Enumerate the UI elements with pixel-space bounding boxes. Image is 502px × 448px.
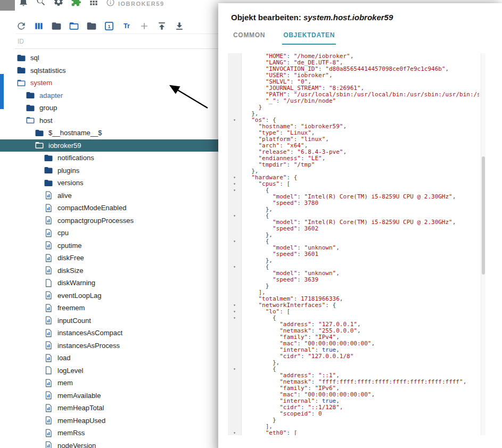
tree-item-label: sql	[30, 54, 39, 62]
gutter-cell	[228, 392, 241, 398]
fold-toggle[interactable]: ▾	[228, 175, 241, 181]
folder-closed-icon[interactable]	[51, 21, 62, 31]
fold-toggle[interactable]: ▾	[228, 187, 241, 194]
id-filter-input[interactable]	[15, 38, 132, 45]
editor-code-area[interactable]: "HOME": "/home/iobroker", "LANG": "de_DE…	[242, 53, 479, 435]
folder-open-icon	[17, 78, 26, 88]
gutter-cell	[228, 66, 241, 72]
settings-icon[interactable]	[53, 0, 64, 7]
apps-icon[interactable]	[88, 0, 99, 7]
gutter-cell	[228, 372, 241, 379]
hostname-label: IOBROKER59	[118, 1, 164, 7]
gutter-cell	[228, 321, 241, 328]
bell-icon[interactable]	[18, 0, 29, 7]
view-columns-icon[interactable]	[34, 21, 44, 31]
tree-item-label: instancesAsCompact	[57, 329, 122, 337]
fold-toggle[interactable]: ▾	[228, 117, 241, 123]
gutter-cell	[228, 79, 241, 85]
tree-item-label: nodeVersion	[57, 442, 96, 448]
state-icon	[44, 203, 53, 213]
expand-level-1-icon[interactable]: 1	[104, 21, 114, 31]
gutter-cell	[228, 92, 241, 98]
fold-toggle[interactable]: ▾	[228, 309, 241, 315]
tree-item-label: logLevel	[57, 367, 83, 375]
folder-dark-icon[interactable]	[86, 21, 97, 31]
gutter-cell	[228, 251, 241, 258]
drawer-highlight	[0, 74, 4, 109]
gutter-cell	[228, 296, 241, 302]
state-icon	[44, 303, 53, 313]
fold-toggle[interactable]: ▾	[228, 315, 241, 321]
gutter-cell	[228, 417, 241, 424]
tree-item-label: inputCount	[57, 317, 91, 325]
tree-item-label: alive	[57, 192, 72, 200]
gutter-cell	[228, 200, 241, 206]
gutter-cell	[228, 206, 241, 213]
fold-toggle[interactable]: ▾	[228, 302, 241, 309]
tree-item-label: sqlstatistics	[30, 67, 65, 74]
editor-scrollbar-thumb[interactable]	[482, 156, 485, 275]
gutter-cell	[228, 53, 241, 60]
state-icon	[44, 378, 53, 388]
gutter-cell	[228, 155, 241, 162]
add-object-icon[interactable]	[139, 21, 150, 31]
tree-item-label: plugins	[57, 167, 79, 175]
state-icon	[44, 215, 53, 225]
host-badge: IOBROKER59	[106, 0, 164, 7]
search-icon[interactable]	[36, 0, 46, 7]
gutter-cell	[228, 98, 241, 104]
tree-item-label: $__hostname__$	[48, 129, 102, 137]
folder-icon	[44, 178, 53, 188]
folder-open-icon[interactable]	[69, 21, 79, 31]
text-format-icon[interactable]: Tr	[121, 21, 132, 31]
state-icon	[44, 416, 53, 425]
gutter-cell	[228, 398, 241, 404]
gutter-cell	[228, 149, 241, 155]
editor-gutter: ▾▾▾▾▾▾▾▾▾▾▾▾	[228, 53, 242, 435]
tree-item-label: cputime	[57, 242, 82, 250]
fold-toggle[interactable]: ▾	[228, 366, 241, 372]
plugin-icon[interactable]	[71, 0, 81, 7]
gutter-cell	[228, 219, 241, 226]
fold-toggle[interactable]: ▾	[228, 213, 241, 219]
tab-common[interactable]: COMMON	[232, 27, 266, 45]
tree-item-label: adapter	[39, 92, 63, 99]
upload-icon[interactable]	[157, 21, 167, 31]
editor-vertical-scrollbar[interactable]	[481, 53, 485, 435]
fold-toggle[interactable]: ▾	[228, 238, 241, 245]
state-icon	[44, 278, 53, 288]
gutter-cell	[228, 136, 241, 143]
tree-item-label: diskFree	[57, 254, 84, 262]
tree-item-label: diskSize	[57, 267, 83, 275]
refresh-icon[interactable]	[16, 21, 27, 31]
fold-toggle[interactable]: ▾	[228, 430, 241, 436]
folder-icon	[26, 90, 35, 100]
fold-toggle[interactable]: ▾	[228, 181, 241, 187]
tree-item-label: compactModeEnabled	[57, 204, 126, 212]
download-icon[interactable]	[174, 21, 185, 31]
folder-open-icon	[26, 115, 35, 125]
folder-icon	[26, 103, 35, 113]
gutter-cell	[228, 334, 241, 341]
fold-toggle[interactable]: ▾	[228, 264, 241, 270]
state-icon	[44, 316, 53, 325]
tree-item-label: group	[39, 104, 57, 112]
gutter-cell	[228, 379, 241, 385]
folder-open-icon	[35, 140, 44, 150]
gutter-cell	[228, 111, 241, 117]
tree-item-label: compactgroupProcesses	[57, 217, 134, 225]
state-icon	[44, 391, 53, 400]
folder-icon	[17, 65, 26, 75]
gutter-cell	[228, 424, 241, 430]
state-icon	[44, 291, 53, 300]
gutter-cell	[228, 245, 241, 251]
json-editor[interactable]: ▾▾▾▾▾▾▾▾▾▾▾▾ "HOME": "/home/iobroker", "…	[228, 53, 485, 435]
gutter-cell	[228, 404, 241, 411]
state-icon	[44, 328, 53, 338]
app-bar-corner	[0, 0, 15, 11]
tree-item-label: memHeapTotal	[57, 404, 104, 412]
tab-objektdaten[interactable]: OBJEKTDATEN	[282, 27, 336, 45]
folder-icon	[44, 153, 53, 163]
info-icon[interactable]	[106, 0, 115, 7]
dialog-tabs: COMMONOBJEKTDATEN	[218, 27, 502, 45]
